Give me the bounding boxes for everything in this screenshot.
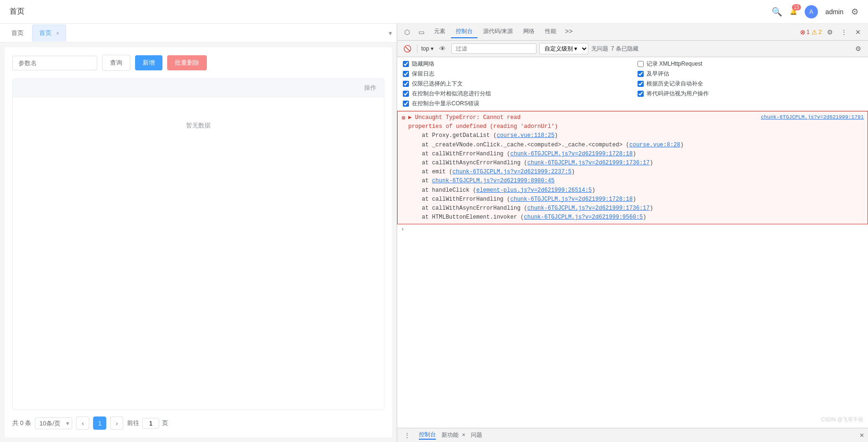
devtools-inspect-icon[interactable]: ⬡ xyxy=(401,26,413,38)
bottom-tab-console[interactable]: 控制台 xyxy=(419,431,436,440)
level-select[interactable]: 自定义级别 ▾ xyxy=(539,43,588,54)
devtools-bottom-bar: ⋮ 控制台 新功能 × 问题 ✕ xyxy=(397,428,868,442)
option-hide-network: 隐藏网络 xyxy=(403,60,628,68)
error-entry: ⊗ ▶ Uncaught TypeError: Cannot read chun… xyxy=(397,111,868,224)
avatar: A xyxy=(805,5,818,18)
devtools-panel: ⬡ ▭ 元素 控制台 源代码/来源 网络 性能 >> ⊗ 1 ⚠ 2 ⚙ xyxy=(397,24,868,442)
table-header: 操作 xyxy=(13,79,384,97)
link-course118[interactable]: course.vue:118:25 xyxy=(497,132,554,139)
devtools-tab-sources[interactable]: 源代码/来源 xyxy=(478,26,518,38)
pagination: 共 0 条 10条/页 20条/页 50条/页 ‹ 1 › 前往 页 xyxy=(12,416,384,430)
tab-active[interactable]: 首页 × xyxy=(32,25,66,42)
bottom-tab-new[interactable]: 新功能 × xyxy=(442,431,465,439)
top-dropdown-icon: ▾ xyxy=(431,45,434,52)
query-button[interactable]: 查询 xyxy=(102,55,130,71)
link-chunk9560[interactable]: chunk-6TGJCPLM.js?v=2d621999:9560:5 xyxy=(524,214,643,221)
tab-bar: 首页 首页 × ▾ xyxy=(0,24,397,42)
opt-autocomplete-checkbox[interactable] xyxy=(638,81,644,87)
search-bar: 查询 新增 批量删除 xyxy=(12,55,384,71)
page-suffix: 页 xyxy=(162,419,168,427)
link-chunk8980[interactable]: chunk-6TGJCPLM.js?v=2d621999:8980:45 xyxy=(432,178,554,184)
option-eager-eval: 及早评估 xyxy=(638,70,863,78)
devtools-log: ⊗ ▶ Uncaught TypeError: Cannot read chun… xyxy=(397,111,868,428)
link-chunk2237[interactable]: chunk-6TGJCPLM.js?v=2d621999:2237:5 xyxy=(452,169,571,175)
option-record-xhr: 记录 XMLHttpRequest xyxy=(638,60,863,68)
link-chunk1728[interactable]: chunk-6TGJCPLM.js?v=2d621999:1728:18 xyxy=(510,151,632,157)
tab-home[interactable]: 首页 xyxy=(5,25,30,41)
devtools-tabs: 元素 控制台 源代码/来源 网络 性能 >> xyxy=(429,26,798,38)
opt-eager-eval-checkbox[interactable] xyxy=(638,71,644,77)
search-input[interactable] xyxy=(12,56,97,70)
link-chunk1736[interactable]: chunk-6TGJCPLM.js?v=2d621999:1736:17 xyxy=(527,160,649,166)
page-size-select[interactable]: 10条/页 20条/页 50条/页 xyxy=(35,417,72,429)
opt-group-similar-checkbox[interactable] xyxy=(403,91,409,97)
page-size-selector[interactable]: 10条/页 20条/页 50条/页 xyxy=(35,417,72,429)
link-chunk1728b[interactable]: chunk-6TGJCPLM.js?v=2d621999:1728:18 xyxy=(510,196,632,203)
devtools-eye-icon[interactable]: 👁 xyxy=(436,42,449,55)
error-entry-content: ▶ Uncaught TypeError: Cannot read chunk-… xyxy=(408,113,864,222)
table-col-action: 操作 xyxy=(364,84,376,92)
page-next-btn[interactable]: › xyxy=(110,416,123,430)
page-prev-btn[interactable]: ‹ xyxy=(76,416,89,430)
devtools-header: ⬡ ▭ 元素 控制台 源代码/来源 网络 性能 >> ⊗ 1 ⚠ 2 ⚙ xyxy=(397,24,868,41)
current-page[interactable]: 1 xyxy=(93,416,106,430)
devtools-device-icon[interactable]: ▭ xyxy=(415,26,427,38)
notification-count: 13 xyxy=(792,4,801,10)
option-preserve-log: 保留日志 xyxy=(403,70,628,78)
link-course8[interactable]: course.vue:8:28 xyxy=(630,142,681,148)
filter-input[interactable] xyxy=(451,43,536,54)
no-issues-label: 无问题 xyxy=(591,45,608,53)
tab-dropdown-icon[interactable]: ▾ xyxy=(389,29,392,37)
option-selected-context: 仅限已选择的上下文 xyxy=(403,80,628,88)
devtools-settings-icon[interactable]: ⚙ xyxy=(824,26,836,38)
page-goto: 前往 页 xyxy=(127,418,168,429)
opt-record-xhr-checkbox[interactable] xyxy=(638,61,644,67)
devtools-more-tabs[interactable]: >> xyxy=(562,26,575,38)
table-empty: 暂无数据 xyxy=(13,97,384,154)
app-header: 首页 🔍 🔔 13 A admin ⚙ xyxy=(0,0,868,24)
opt-preserve-log-checkbox[interactable] xyxy=(403,71,409,77)
batch-delete-button[interactable]: 批量删除 xyxy=(167,55,207,70)
search-icon[interactable]: 🔍 xyxy=(772,7,782,17)
error-entry-icon: ⊗ xyxy=(401,114,405,122)
devtools-bottom-menu-icon[interactable]: ⋮ xyxy=(401,429,413,442)
bottom-tab-issues[interactable]: 问题 xyxy=(471,431,482,439)
link-chunk1736b[interactable]: chunk-6TGJCPLM.js?v=2d621999:1736:17 xyxy=(527,205,649,212)
top-selector[interactable]: top ▾ xyxy=(421,45,434,52)
devtools-tab-performance[interactable]: 性能 xyxy=(540,26,561,38)
devtools-tab-console[interactable]: 控制台 xyxy=(451,26,477,38)
devtools-more-icon[interactable]: ⋮ xyxy=(838,26,850,38)
option-autocomplete: 根据历史记录自动补全 xyxy=(638,80,863,88)
goto-input[interactable] xyxy=(142,418,159,429)
toolbar-divider xyxy=(417,44,417,53)
notification-badge[interactable]: 🔔 13 xyxy=(790,8,797,15)
opt-selected-context-checkbox[interactable] xyxy=(403,81,409,87)
opt-hide-network-checkbox[interactable] xyxy=(403,61,409,67)
option-group-similar: 在控制台中对相似消息进行分组 xyxy=(403,90,628,98)
option-cors-errors: 在控制台中显示CORS错误 xyxy=(403,100,628,108)
left-panel: 首页 首页 × ▾ 查询 新增 批量删除 操作 xyxy=(0,24,397,442)
devtools-header-right: ⊗ 1 ⚠ 2 ⚙ ⋮ ✕ xyxy=(800,26,864,38)
warn-badge: ⚠ 2 xyxy=(811,28,822,36)
devtools-close-icon[interactable]: ✕ xyxy=(852,26,864,38)
settings-icon[interactable]: ⚙ xyxy=(851,7,859,17)
opt-cors-errors-checkbox[interactable] xyxy=(403,101,409,107)
devtools-tab-elements[interactable]: 元素 xyxy=(429,26,450,38)
devtools-tab-network[interactable]: 网络 xyxy=(519,26,539,38)
page-title: 首页 xyxy=(9,7,25,17)
opt-user-action-checkbox[interactable] xyxy=(638,91,644,97)
hidden-count-label: 7 条已隐藏 xyxy=(611,45,638,53)
option-user-action: 将代码评估视为用户操作 xyxy=(638,90,863,98)
link-element26514[interactable]: element-plus.js?v=2d621999:26514:5 xyxy=(476,187,592,194)
devtools-bottom-close[interactable]: ✕ xyxy=(859,432,864,439)
devtools-toolbar: 🚫 top ▾ 👁 自定义级别 ▾ 无问题 7 条已隐藏 ⚙ xyxy=(397,41,868,57)
total-count: 共 0 条 xyxy=(12,419,31,427)
log-expand-btn[interactable]: › xyxy=(397,224,868,235)
error-source-link1[interactable]: chunk-6TGJCPLM.js?v=2d621999:1791 xyxy=(761,113,864,122)
admin-name: admin xyxy=(825,8,843,16)
header-right: 🔍 🔔 13 A admin ⚙ xyxy=(772,5,859,18)
devtools-clear-icon[interactable]: 🚫 xyxy=(401,42,413,55)
add-button[interactable]: 新增 xyxy=(135,55,162,70)
tab-close-btn[interactable]: × xyxy=(56,30,59,36)
devtools-settings2-icon[interactable]: ⚙ xyxy=(852,42,864,55)
